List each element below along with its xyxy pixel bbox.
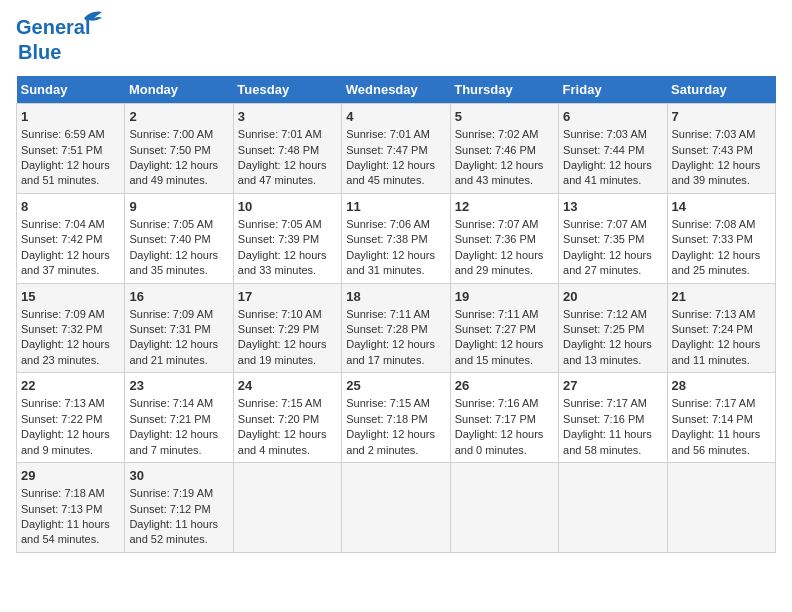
sunset-label: Sunset: 7:20 PM — [238, 413, 319, 425]
header-friday: Friday — [559, 76, 667, 104]
calendar-cell: 24Sunrise: 7:15 AMSunset: 7:20 PMDayligh… — [233, 373, 341, 463]
sunset-label: Sunset: 7:36 PM — [455, 233, 536, 245]
sunset-label: Sunset: 7:51 PM — [21, 144, 102, 156]
daylight-label: Daylight: 12 hours and 21 minutes. — [129, 338, 218, 365]
sunset-label: Sunset: 7:21 PM — [129, 413, 210, 425]
daylight-label: Daylight: 12 hours and 43 minutes. — [455, 159, 544, 186]
calendar-cell: 11Sunrise: 7:06 AMSunset: 7:38 PMDayligh… — [342, 193, 450, 283]
logo-blue: Blue — [16, 41, 61, 64]
calendar-cell: 8Sunrise: 7:04 AMSunset: 7:42 PMDaylight… — [17, 193, 125, 283]
daylight-label: Daylight: 12 hours and 35 minutes. — [129, 249, 218, 276]
sunset-label: Sunset: 7:43 PM — [672, 144, 753, 156]
daylight-label: Daylight: 12 hours and 45 minutes. — [346, 159, 435, 186]
day-number: 27 — [563, 377, 662, 395]
calendar-cell: 17Sunrise: 7:10 AMSunset: 7:29 PMDayligh… — [233, 283, 341, 373]
day-number: 8 — [21, 198, 120, 216]
day-number: 19 — [455, 288, 554, 306]
header-sunday: Sunday — [17, 76, 125, 104]
calendar-cell: 6Sunrise: 7:03 AMSunset: 7:44 PMDaylight… — [559, 104, 667, 194]
header-thursday: Thursday — [450, 76, 558, 104]
day-number: 18 — [346, 288, 445, 306]
daylight-label: Daylight: 12 hours and 13 minutes. — [563, 338, 652, 365]
sunrise-label: Sunrise: 7:13 AM — [672, 308, 756, 320]
calendar-cell: 18Sunrise: 7:11 AMSunset: 7:28 PMDayligh… — [342, 283, 450, 373]
sunset-label: Sunset: 7:44 PM — [563, 144, 644, 156]
calendar-cell: 16Sunrise: 7:09 AMSunset: 7:31 PMDayligh… — [125, 283, 233, 373]
sunrise-label: Sunrise: 7:10 AM — [238, 308, 322, 320]
sunrise-label: Sunrise: 7:09 AM — [21, 308, 105, 320]
daylight-label: Daylight: 12 hours and 19 minutes. — [238, 338, 327, 365]
sunset-label: Sunset: 7:48 PM — [238, 144, 319, 156]
header-saturday: Saturday — [667, 76, 775, 104]
day-number: 6 — [563, 108, 662, 126]
header-tuesday: Tuesday — [233, 76, 341, 104]
calendar-cell — [342, 463, 450, 553]
calendar-cell: 4Sunrise: 7:01 AMSunset: 7:47 PMDaylight… — [342, 104, 450, 194]
day-number: 13 — [563, 198, 662, 216]
logo: General Blue — [16, 16, 90, 64]
day-number: 16 — [129, 288, 228, 306]
daylight-label: Daylight: 12 hours and 0 minutes. — [455, 428, 544, 455]
sunset-label: Sunset: 7:40 PM — [129, 233, 210, 245]
sunset-label: Sunset: 7:29 PM — [238, 323, 319, 335]
calendar-cell: 7Sunrise: 7:03 AMSunset: 7:43 PMDaylight… — [667, 104, 775, 194]
daylight-label: Daylight: 11 hours and 56 minutes. — [672, 428, 761, 455]
day-number: 2 — [129, 108, 228, 126]
daylight-label: Daylight: 12 hours and 15 minutes. — [455, 338, 544, 365]
daylight-label: Daylight: 12 hours and 41 minutes. — [563, 159, 652, 186]
day-number: 26 — [455, 377, 554, 395]
daylight-label: Daylight: 12 hours and 23 minutes. — [21, 338, 110, 365]
calendar-cell — [233, 463, 341, 553]
day-number: 24 — [238, 377, 337, 395]
sunset-label: Sunset: 7:39 PM — [238, 233, 319, 245]
logo-bird-icon — [74, 8, 104, 28]
calendar-cell — [667, 463, 775, 553]
calendar-cell: 14Sunrise: 7:08 AMSunset: 7:33 PMDayligh… — [667, 193, 775, 283]
daylight-label: Daylight: 12 hours and 31 minutes. — [346, 249, 435, 276]
sunrise-label: Sunrise: 7:06 AM — [346, 218, 430, 230]
calendar-cell: 26Sunrise: 7:16 AMSunset: 7:17 PMDayligh… — [450, 373, 558, 463]
daylight-label: Daylight: 12 hours and 33 minutes. — [238, 249, 327, 276]
sunset-label: Sunset: 7:38 PM — [346, 233, 427, 245]
day-number: 21 — [672, 288, 771, 306]
sunrise-label: Sunrise: 7:11 AM — [455, 308, 539, 320]
sunrise-label: Sunrise: 7:02 AM — [455, 128, 539, 140]
sunrise-label: Sunrise: 7:09 AM — [129, 308, 213, 320]
calendar-cell: 25Sunrise: 7:15 AMSunset: 7:18 PMDayligh… — [342, 373, 450, 463]
daylight-label: Daylight: 12 hours and 9 minutes. — [21, 428, 110, 455]
header-monday: Monday — [125, 76, 233, 104]
calendar-week-1: 1Sunrise: 6:59 AMSunset: 7:51 PMDaylight… — [17, 104, 776, 194]
day-number: 22 — [21, 377, 120, 395]
calendar-cell: 12Sunrise: 7:07 AMSunset: 7:36 PMDayligh… — [450, 193, 558, 283]
sunset-label: Sunset: 7:27 PM — [455, 323, 536, 335]
sunrise-label: Sunrise: 7:17 AM — [563, 397, 647, 409]
sunrise-label: Sunrise: 7:01 AM — [346, 128, 430, 140]
calendar-cell — [559, 463, 667, 553]
day-number: 17 — [238, 288, 337, 306]
calendar-cell: 3Sunrise: 7:01 AMSunset: 7:48 PMDaylight… — [233, 104, 341, 194]
sunset-label: Sunset: 7:16 PM — [563, 413, 644, 425]
calendar-cell: 15Sunrise: 7:09 AMSunset: 7:32 PMDayligh… — [17, 283, 125, 373]
sunset-label: Sunset: 7:31 PM — [129, 323, 210, 335]
calendar-cell: 28Sunrise: 7:17 AMSunset: 7:14 PMDayligh… — [667, 373, 775, 463]
sunset-label: Sunset: 7:25 PM — [563, 323, 644, 335]
sunrise-label: Sunrise: 7:03 AM — [672, 128, 756, 140]
calendar-cell: 19Sunrise: 7:11 AMSunset: 7:27 PMDayligh… — [450, 283, 558, 373]
daylight-label: Daylight: 12 hours and 4 minutes. — [238, 428, 327, 455]
sunset-label: Sunset: 7:50 PM — [129, 144, 210, 156]
calendar-cell: 29Sunrise: 7:18 AMSunset: 7:13 PMDayligh… — [17, 463, 125, 553]
sunrise-label: Sunrise: 7:03 AM — [563, 128, 647, 140]
calendar-week-4: 22Sunrise: 7:13 AMSunset: 7:22 PMDayligh… — [17, 373, 776, 463]
calendar-cell: 5Sunrise: 7:02 AMSunset: 7:46 PMDaylight… — [450, 104, 558, 194]
daylight-label: Daylight: 12 hours and 27 minutes. — [563, 249, 652, 276]
day-number: 3 — [238, 108, 337, 126]
sunset-label: Sunset: 7:18 PM — [346, 413, 427, 425]
calendar-week-2: 8Sunrise: 7:04 AMSunset: 7:42 PMDaylight… — [17, 193, 776, 283]
sunrise-label: Sunrise: 7:14 AM — [129, 397, 213, 409]
day-number: 25 — [346, 377, 445, 395]
sunrise-label: Sunrise: 7:00 AM — [129, 128, 213, 140]
calendar-cell: 23Sunrise: 7:14 AMSunset: 7:21 PMDayligh… — [125, 373, 233, 463]
calendar-cell: 9Sunrise: 7:05 AMSunset: 7:40 PMDaylight… — [125, 193, 233, 283]
sunset-label: Sunset: 7:13 PM — [21, 503, 102, 515]
daylight-label: Daylight: 12 hours and 17 minutes. — [346, 338, 435, 365]
